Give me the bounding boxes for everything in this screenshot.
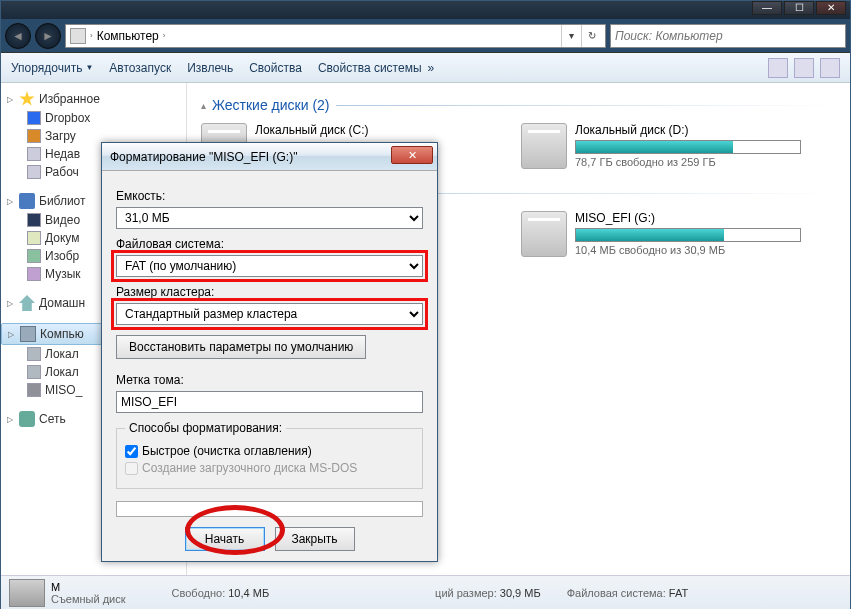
drive-label: Локальный диск (D:) xyxy=(575,123,801,137)
disk-icon xyxy=(27,347,41,361)
dropbox-icon xyxy=(27,111,41,125)
view-icon[interactable] xyxy=(768,58,788,78)
star-icon xyxy=(19,91,35,107)
status-name: M xyxy=(51,581,60,593)
maximize-button[interactable]: ☐ xyxy=(784,1,814,15)
removable-icon xyxy=(521,211,567,257)
size-value: 30,9 МБ xyxy=(500,587,541,599)
image-icon xyxy=(27,249,41,263)
format-options-legend: Способы форматирования: xyxy=(125,421,286,435)
drive-label: MISO_EFI (G:) xyxy=(575,211,801,225)
capacity-select[interactable]: 31,0 МБ xyxy=(116,207,423,229)
drive-label: Локальный диск (C:) xyxy=(255,123,481,137)
statusbar: M Съемный диск Свободно: 10,4 МБ ций раз… xyxy=(1,575,850,609)
removable-icon xyxy=(27,383,41,397)
dialog-title: Форматирование "MISO_EFI (G:)" xyxy=(110,150,297,164)
address-row: ◄ ► › Компьютер › ▾ ↻ xyxy=(1,19,850,53)
folder-icon xyxy=(27,129,41,143)
volume-label-lbl: Метка тома: xyxy=(116,373,423,387)
breadcrumb-computer[interactable]: Компьютер xyxy=(93,29,163,43)
toolbar: Упорядочить ▼ Автозапуск Извлечь Свойств… xyxy=(1,53,850,83)
free-value: 10,4 МБ xyxy=(228,587,269,599)
dialog-titlebar[interactable]: Форматирование "MISO_EFI (G:)" ✕ xyxy=(102,143,437,171)
filesystem-select[interactable]: FAT (по умолчанию) xyxy=(116,255,423,277)
quick-format-checkbox[interactable]: Быстрое (очистка оглавления) xyxy=(125,444,414,458)
breadcrumb-sep2: › xyxy=(163,31,166,40)
window-close-button[interactable]: ✕ xyxy=(816,1,846,15)
free-label: Свободно: xyxy=(172,587,226,599)
desktop-icon xyxy=(27,165,41,179)
drive-free: 78,7 ГБ свободно из 259 ГБ xyxy=(575,156,801,168)
system-properties-button[interactable]: Свойства системы » xyxy=(318,61,434,75)
search-input[interactable] xyxy=(610,24,846,48)
drive-free: 10,4 МБ свободно из 30,9 МБ xyxy=(575,244,801,256)
minimize-button[interactable]: — xyxy=(752,1,782,15)
home-icon xyxy=(19,295,35,311)
drive-d[interactable]: Локальный диск (D:) 78,7 ГБ свободно из … xyxy=(521,123,801,169)
start-button[interactable]: Начать xyxy=(185,527,265,551)
fs-value: FAT xyxy=(669,587,688,599)
computer-icon xyxy=(70,28,86,44)
cluster-label: Размер кластера: xyxy=(116,285,423,299)
usage-bar xyxy=(575,228,801,242)
removable-icon xyxy=(9,579,45,607)
msdos-checkbox: Создание загрузочного диска MS-DOS xyxy=(125,461,414,475)
dialog-close-button[interactable]: ✕ xyxy=(391,146,433,164)
drive-g[interactable]: MISO_EFI (G:) 10,4 МБ свободно из 30,9 М… xyxy=(521,211,801,257)
usage-bar xyxy=(575,140,801,154)
music-icon xyxy=(27,267,41,281)
library-icon xyxy=(19,193,35,209)
disk-icon xyxy=(521,123,567,169)
forward-button[interactable]: ► xyxy=(35,23,61,49)
address-dropdown[interactable]: ▾ xyxy=(561,25,581,47)
sidebar-item-dropbox[interactable]: Dropbox xyxy=(1,109,186,127)
document-icon xyxy=(27,231,41,245)
fs-label: Файловая система: xyxy=(567,587,666,599)
titlebar: — ☐ ✕ xyxy=(1,1,850,19)
recent-icon xyxy=(27,147,41,161)
category-hdd[interactable]: ▴Жесткие диски (2) xyxy=(201,97,836,113)
autorun-button[interactable]: Автозапуск xyxy=(109,61,171,75)
disk-icon xyxy=(27,365,41,379)
capacity-label: Емкость: xyxy=(116,189,423,203)
preview-pane-icon[interactable] xyxy=(794,58,814,78)
close-button[interactable]: Закрыть xyxy=(275,527,355,551)
filesystem-label: Файловая система: xyxy=(116,237,423,251)
back-button[interactable]: ◄ xyxy=(5,23,31,49)
cluster-select[interactable]: Стандартный размер кластера xyxy=(116,303,423,325)
format-dialog: Форматирование "MISO_EFI (G:)" ✕ Емкость… xyxy=(101,142,438,562)
network-icon xyxy=(19,411,35,427)
restore-defaults-button[interactable]: Восстановить параметры по умолчанию xyxy=(116,335,366,359)
computer-icon xyxy=(20,326,36,342)
volume-label-input[interactable] xyxy=(116,391,423,413)
refresh-button[interactable]: ↻ xyxy=(581,25,601,47)
size-label: ций размер: xyxy=(435,587,497,599)
help-icon[interactable] xyxy=(820,58,840,78)
organize-menu[interactable]: Упорядочить ▼ xyxy=(11,61,93,75)
status-type: Съемный диск xyxy=(51,593,126,605)
progress-bar xyxy=(116,501,423,517)
address-bar[interactable]: › Компьютер › ▾ ↻ xyxy=(65,24,606,48)
properties-button[interactable]: Свойства xyxy=(249,61,302,75)
video-icon xyxy=(27,213,41,227)
eject-button[interactable]: Извлечь xyxy=(187,61,233,75)
favorites-group[interactable]: ▷Избранное xyxy=(1,89,186,109)
